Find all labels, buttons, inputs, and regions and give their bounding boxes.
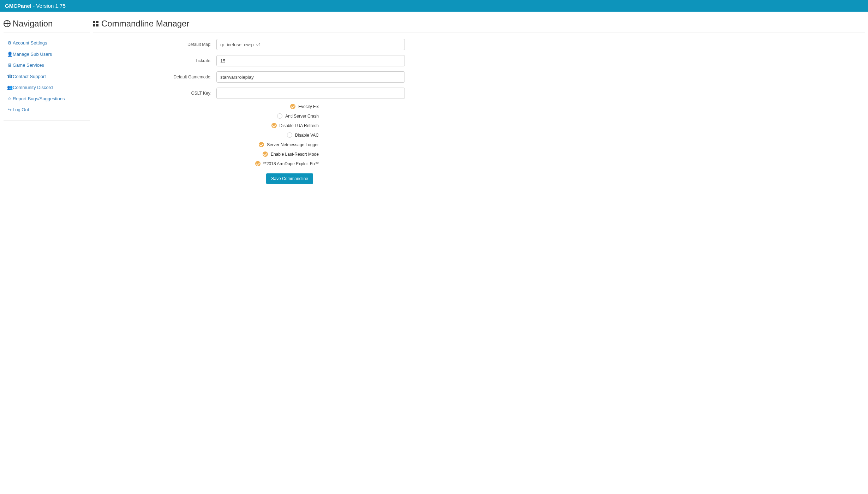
brand-version: Version 1.75 xyxy=(36,3,65,9)
sidebar-item-label: Account Settings xyxy=(13,40,47,46)
form-row-gslt: GSLT Key: xyxy=(93,88,411,99)
label-gslt: GSLT Key: xyxy=(93,91,216,96)
sidebar-title-text: Navigation xyxy=(13,19,53,29)
check-label: Evocity Fix xyxy=(298,104,319,109)
globe-icon xyxy=(4,20,11,27)
check-row: Disable LUA Refresh xyxy=(93,123,319,128)
sidebar-item-label: Contact Support xyxy=(13,74,46,79)
sidebar-item-label: Community Discord xyxy=(13,85,53,90)
input-default-map[interactable] xyxy=(216,39,405,50)
check-circle-icon[interactable] xyxy=(271,123,277,128)
sidebar-item-sub-users[interactable]: 👤Manage Sub Users xyxy=(6,49,87,60)
check-row: **2018 ArmDupe Exploit Fix** xyxy=(93,161,319,166)
sidebar-item-report-bugs[interactable]: ☆Report Bugs/Suggestions xyxy=(6,93,87,105)
sidebar-item-contact-support[interactable]: ☎Contact Support xyxy=(6,71,87,82)
form-row-gamemode: Default Gamemode: xyxy=(93,71,411,83)
check-circle-icon[interactable] xyxy=(290,104,295,109)
input-gslt[interactable] xyxy=(216,88,405,99)
sidebar-item-label: Report Bugs/Suggestions xyxy=(13,96,65,101)
main-content: Commandline Manager Default Map: Tickrat… xyxy=(93,16,865,184)
check-circle-icon[interactable] xyxy=(263,151,268,157)
sidebar-item-label: Manage Sub Users xyxy=(13,52,52,57)
check-label: Anti Server Crash xyxy=(285,114,319,119)
form-row-tickrate: Tickrate: xyxy=(93,55,411,66)
input-gamemode[interactable] xyxy=(216,71,405,83)
top-bar: GMCPanel - Version 1.75 xyxy=(0,0,868,12)
users-icon: 👥 xyxy=(7,84,12,91)
sidebar-title: Navigation xyxy=(4,19,90,32)
check-row: Enable Last-Resort Mode xyxy=(93,151,319,157)
page-title: Commandline Manager xyxy=(93,19,865,32)
circle-icon[interactable] xyxy=(287,132,292,138)
brand-name: GMCPanel xyxy=(5,3,31,9)
check-label: Enable Last-Resort Mode xyxy=(271,152,319,157)
commandline-form: Default Map: Tickrate: Default Gamemode:… xyxy=(93,39,411,184)
logout-icon: ↪ xyxy=(7,106,12,113)
save-commandline-button[interactable]: Save Commandline xyxy=(266,173,313,184)
sidebar-item-label: Game Services xyxy=(13,63,44,68)
check-row: Server Netmessage Logger xyxy=(93,142,319,147)
sidebar-item-logout[interactable]: ↪Log Out xyxy=(6,104,87,115)
sidebar-item-discord[interactable]: 👥Community Discord xyxy=(6,82,87,93)
sidebar-item-label: Log Out xyxy=(13,107,29,112)
sidebar-item-account-settings[interactable]: ⚙Account Settings xyxy=(6,37,87,49)
check-label: Server Netmessage Logger xyxy=(267,142,319,147)
check-label: **2018 ArmDupe Exploit Fix** xyxy=(263,161,319,166)
label-tickrate: Tickrate: xyxy=(93,58,216,63)
input-tickrate[interactable] xyxy=(216,55,405,66)
sidebar-item-game-services[interactable]: 🖥Game Services xyxy=(6,60,87,71)
user-icon: 👤 xyxy=(7,51,12,58)
check-label: Disable VAC xyxy=(295,133,319,138)
phone-icon: ☎ xyxy=(7,73,12,80)
check-row: Anti Server Crash xyxy=(93,113,319,119)
form-row-default-map: Default Map: xyxy=(93,39,411,50)
check-label: Disable LUA Refresh xyxy=(280,123,319,128)
grid-icon xyxy=(93,21,98,26)
gear-icon: ⚙ xyxy=(7,40,12,47)
sidebar-nav: ⚙Account Settings 👤Manage Sub Users 🖥Gam… xyxy=(4,37,90,121)
brand-sep: - xyxy=(31,3,36,9)
sidebar: Navigation ⚙Account Settings 👤Manage Sub… xyxy=(3,16,93,184)
label-gamemode: Default Gamemode: xyxy=(93,75,216,79)
server-icon: 🖥 xyxy=(7,62,12,69)
check-circle-icon[interactable] xyxy=(255,161,261,166)
circle-icon[interactable] xyxy=(277,113,282,119)
star-icon: ☆ xyxy=(7,95,12,102)
check-circle-icon[interactable] xyxy=(259,142,264,147)
label-default-map: Default Map: xyxy=(93,42,216,47)
check-row: Disable VAC xyxy=(93,132,319,138)
page-title-text: Commandline Manager xyxy=(101,19,189,29)
check-row: Evocity Fix xyxy=(93,104,319,109)
